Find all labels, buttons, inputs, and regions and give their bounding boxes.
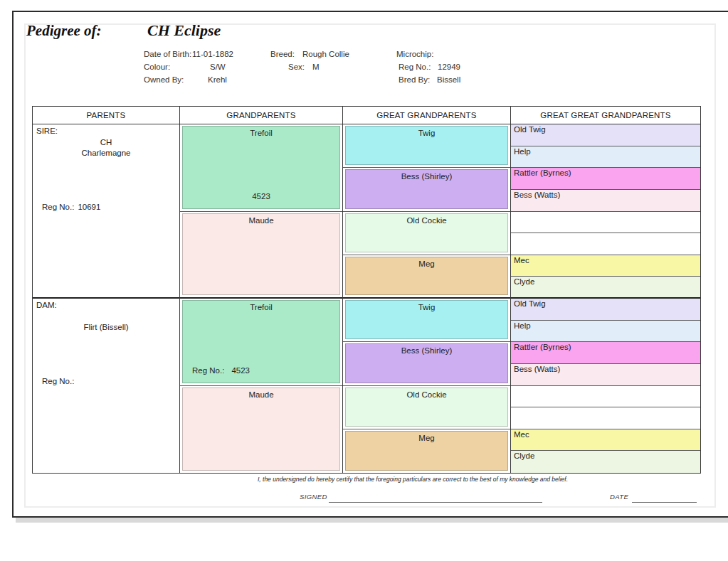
- dam-reg-label: Reg No.:: [42, 377, 74, 385]
- great-grandparent-cell: Twig: [343, 299, 510, 342]
- microchip-label: Microchip:: [396, 50, 433, 58]
- column-header-parents: PARENTS: [33, 107, 179, 124]
- page-title: Pedigree of:: [26, 22, 102, 40]
- great-great-grandparent-name: [511, 386, 700, 387]
- great-grandparent-name: Meg: [346, 434, 507, 442]
- grandparent-name: Maude: [183, 390, 339, 399]
- great-grandparent-name: Old Cockie: [346, 216, 507, 225]
- grandparent-name: Trefoil: [183, 303, 339, 311]
- great-grandparent-cell: Twig: [343, 124, 510, 168]
- great-grandparent-name: Twig: [346, 303, 507, 311]
- sire-name-line1: CH: [33, 138, 179, 149]
- great-grandparent-name: Old Cockie: [346, 390, 507, 399]
- great-great-grandparent-cell: Mec: [511, 255, 700, 277]
- dam-role-label: DAM:: [36, 301, 57, 309]
- great-grandparent-cell: Bess (Shirley): [343, 168, 510, 211]
- signed-label: SIGNED: [300, 493, 327, 501]
- great-great-grandparent-name: Clyde: [511, 277, 700, 286]
- sex-value: M: [312, 63, 320, 71]
- grandparents-column: GRANDPARENTS Trefoil 4523 Maude Trefoil …: [180, 107, 343, 473]
- column-header-great-grandparents: GREAT GRANDPARENTS: [343, 107, 510, 124]
- great-grandparent-box: Meg: [345, 431, 508, 471]
- dam-reg: Reg No.:: [42, 377, 78, 385]
- great-great-grandparent-cell: Clyde: [511, 277, 700, 299]
- grandparent-name: Maude: [183, 216, 339, 225]
- sire-role-label: SIRE:: [36, 127, 58, 135]
- great-grandparent-cell: Bess (Shirley): [343, 342, 510, 385]
- great-great-grandparent-name: Rattler (Byrnes): [511, 342, 700, 351]
- great-grandparent-box: Meg: [345, 257, 508, 295]
- great-grandparent-name: Bess (Shirley): [346, 172, 507, 181]
- great-grandparent-name: Bess (Shirley): [346, 346, 507, 355]
- dam-name: Flirt (Bissell): [33, 312, 179, 333]
- great-great-grandparent-cell: Clyde: [511, 451, 700, 473]
- great-grandparent-name: Twig: [346, 129, 507, 137]
- great-great-grandparent-cell: Rattler (Byrnes): [511, 168, 700, 190]
- great-great-grandparent-name: Clyde: [511, 451, 700, 460]
- grandparent-box: Trefoil Reg No.:4523: [182, 300, 340, 383]
- great-great-grandparent-name: [511, 233, 700, 234]
- great-great-grandparent-name: Mec: [511, 255, 700, 265]
- certification-text: I, the undersigned do hereby certify tha…: [258, 476, 568, 483]
- great-great-grandparent-name: [511, 407, 700, 408]
- grandparent-box: Trefoil 4523: [182, 126, 340, 209]
- sire-name-line2: Charlemagne: [33, 149, 179, 159]
- great-grandparent-box: Old Cockie: [345, 213, 508, 252]
- great-great-grandparent-name: [511, 212, 700, 213]
- breed-label: Breed:: [270, 50, 295, 58]
- great-grandparent-name: Meg: [346, 260, 507, 268]
- great-great-grandparent-name: Mec: [511, 429, 700, 439]
- great-grandparent-box: Twig: [345, 300, 508, 339]
- great-great-grandparent-name: Rattler (Byrnes): [511, 168, 700, 177]
- great-grandparents-column: GREAT GRANDPARENTS Twig Bess (Shirley) O…: [343, 107, 511, 473]
- pedigree-table: PARENTS SIRE: CH Charlemagne Reg No.:106…: [32, 106, 701, 474]
- great-grandparent-box: Old Cockie: [345, 388, 508, 427]
- great-great-grandparent-cell: [511, 407, 700, 429]
- great-grandparent-cell: Meg: [343, 255, 510, 299]
- great-great-grandparent-name: Help: [511, 321, 700, 330]
- great-grandparent-cell: Meg: [343, 429, 510, 473]
- regno-value: 12949: [438, 63, 460, 71]
- grandparent-cell: Maude: [180, 386, 342, 474]
- date-signature-line: [632, 502, 697, 503]
- great-great-grandparent-name: Old Twig: [511, 124, 700, 134]
- regno-label: Reg No.:: [399, 63, 431, 71]
- owned-by-value: Krehl: [208, 75, 227, 84]
- sire-reg: Reg No.:10691: [42, 203, 100, 211]
- grandparent-reg-value: 4523: [231, 366, 250, 375]
- great-great-grandparent-cell: Old Twig: [511, 299, 700, 321]
- date-label: DATE: [610, 493, 628, 501]
- certificate-page: Pedigree of: CH Eclipse Date of Birth: 1…: [12, 11, 728, 518]
- great-great-grandparent-cell: [511, 233, 700, 255]
- dam-name-line2: Flirt (Bissell): [33, 323, 179, 333]
- sire-cell: SIRE: CH Charlemagne Reg No.:10691: [33, 124, 179, 299]
- sire-name: CH Charlemagne: [33, 138, 179, 159]
- grandparent-reg: 4523: [183, 192, 339, 201]
- grandparent-cell: Trefoil 4523: [180, 124, 342, 212]
- sex-label: Sex:: [288, 63, 305, 71]
- grandparent-name: Trefoil: [183, 129, 339, 137]
- grandparent-reg-label: Reg No.:: [192, 366, 224, 375]
- bred-by-value: Bissell: [437, 75, 460, 84]
- grandparent-box: Maude: [182, 388, 340, 471]
- great-great-grandparent-cell: Bess (Watts): [511, 364, 700, 386]
- great-great-grandparent-cell: [511, 386, 700, 408]
- grandparent-box: Maude: [182, 213, 340, 296]
- great-great-grandparent-cell: Old Twig: [511, 124, 700, 146]
- great-grandparent-box: Bess (Shirley): [345, 343, 508, 383]
- great-grandparent-box: Twig: [345, 126, 508, 165]
- sire-reg-label: Reg No.:: [42, 203, 74, 211]
- grandparent-cell: Trefoil Reg No.:4523: [180, 299, 342, 386]
- parents-column: PARENTS SIRE: CH Charlemagne Reg No.:106…: [33, 107, 180, 473]
- colour-value: S/W: [210, 63, 226, 71]
- breed-value: Rough Collie: [302, 50, 349, 58]
- great-great-grandparents-column: GREAT GREAT GRANDPARENTS Old Twig Help R…: [511, 107, 700, 473]
- great-great-grandparent-cell: Bess (Watts): [511, 190, 700, 212]
- great-grandparent-box: Bess (Shirley): [345, 169, 508, 208]
- dam-cell: DAM: Flirt (Bissell) Reg No.:: [33, 299, 179, 473]
- column-header-great-great-grandparents: GREAT GREAT GRANDPARENTS: [511, 107, 700, 124]
- great-great-grandparent-name: Help: [511, 146, 700, 156]
- owned-by-label: Owned By:: [144, 75, 184, 84]
- great-grandparent-cell: Old Cockie: [343, 386, 510, 429]
- great-great-grandparent-cell: Rattler (Byrnes): [511, 342, 700, 364]
